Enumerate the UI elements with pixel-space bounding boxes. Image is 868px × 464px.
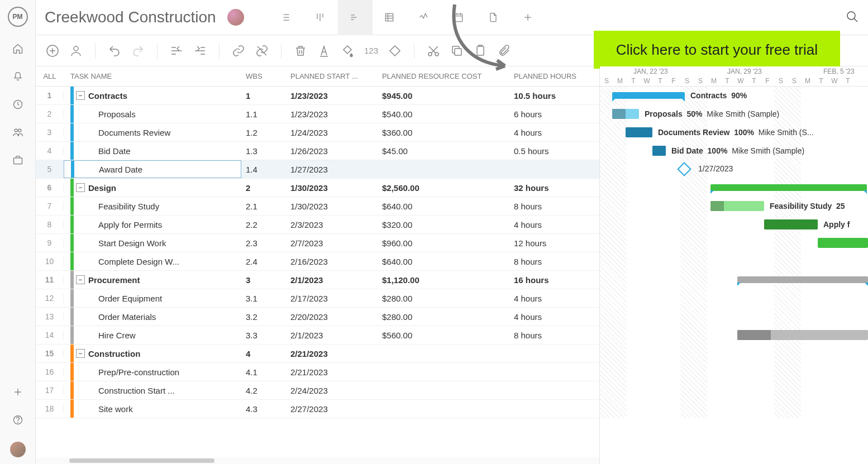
gantt-row[interactable]: Proposals 50% Mike Smith (Sample) bbox=[600, 105, 868, 123]
gantt-row[interactable]: Documents Review 100% Mike Smith (S... bbox=[600, 123, 868, 142]
unlink-icon[interactable] bbox=[255, 44, 269, 58]
indent-icon[interactable] bbox=[193, 44, 207, 58]
gantt-bar[interactable]: Documents Review 100% Mike Smith (S... bbox=[626, 127, 652, 137]
user-avatar[interactable] bbox=[10, 442, 26, 457]
gantt-row[interactable] bbox=[600, 234, 868, 252]
milestone-icon[interactable] bbox=[677, 162, 691, 176]
milestone-tool-icon[interactable] bbox=[388, 44, 402, 58]
gantt-row[interactable]: Contracts 90% bbox=[600, 87, 868, 105]
recent-icon[interactable] bbox=[12, 98, 24, 111]
outdent-icon[interactable] bbox=[170, 44, 183, 58]
gantt-row[interactable]: Apply f bbox=[600, 216, 868, 234]
copy-icon[interactable] bbox=[450, 44, 464, 58]
gantt-bar[interactable] bbox=[737, 330, 868, 340]
gantt-bar[interactable]: Contracts 90% bbox=[612, 92, 685, 99]
collapse-icon[interactable]: − bbox=[76, 183, 85, 192]
row-number: 13 bbox=[36, 312, 64, 321]
col-planned-start[interactable]: PLANNED START ... bbox=[286, 72, 378, 80]
gantt-bar[interactable]: Bid Date 100% Mike Smith (Sample) bbox=[652, 146, 666, 156]
link-icon[interactable] bbox=[232, 44, 245, 58]
table-row[interactable]: 12Order Equipment3.12/17/2023$280.004 ho… bbox=[36, 289, 599, 308]
cut-icon[interactable] bbox=[427, 44, 440, 58]
table-row[interactable]: 11−Procurement32/1/2023$1,120.0016 hours bbox=[36, 271, 599, 289]
view-board[interactable] bbox=[303, 0, 338, 35]
table-row[interactable]: 8Apply for Permits2.22/3/2023$320.004 ho… bbox=[36, 216, 599, 234]
view-files[interactable] bbox=[476, 0, 511, 35]
team-icon[interactable] bbox=[12, 126, 24, 138]
portfolio-icon[interactable] bbox=[12, 154, 24, 166]
gantt-bar[interactable] bbox=[818, 238, 868, 248]
percent-icon[interactable]: 123 bbox=[364, 46, 378, 55]
table-row[interactable]: 17Construction Start ...4.22/24/2023 bbox=[36, 381, 599, 400]
svg-point-10 bbox=[74, 46, 78, 51]
notifications-icon[interactable] bbox=[12, 70, 24, 83]
gantt-bar[interactable] bbox=[710, 184, 867, 191]
table-row[interactable]: 10Complete Design W...2.42/16/2023$640.0… bbox=[36, 252, 599, 271]
table-row[interactable]: 5Award Date1.41/27/2023 bbox=[36, 160, 599, 179]
view-calendar[interactable] bbox=[442, 0, 476, 35]
table-row[interactable]: 7Feasibility Study2.11/30/2023$640.008 h… bbox=[36, 197, 599, 216]
col-planned-cost[interactable]: PLANNED RESOURCE COST bbox=[378, 72, 509, 80]
col-planned-hours[interactable]: PLANNED HOURS bbox=[509, 72, 593, 80]
table-row[interactable]: 9Start Design Work2.32/7/2023$960.0012 h… bbox=[36, 234, 599, 252]
redo-icon[interactable] bbox=[131, 44, 145, 58]
gantt-row[interactable] bbox=[600, 345, 868, 363]
view-gantt[interactable] bbox=[338, 0, 373, 35]
gantt-chart[interactable]: JAN, 22 '23 JAN, 29 '23 FEB, 5 '23 SMTWT… bbox=[600, 66, 868, 464]
fill-icon[interactable] bbox=[341, 44, 354, 58]
view-add[interactable] bbox=[511, 0, 546, 35]
gantt-bar[interactable]: Proposals 50% Mike Smith (Sample) bbox=[612, 109, 639, 119]
add-icon[interactable] bbox=[12, 386, 24, 398]
attach-icon[interactable] bbox=[497, 44, 511, 58]
project-avatar[interactable] bbox=[227, 9, 244, 26]
table-row[interactable]: 3Documents Review1.21/24/2023$360.004 ho… bbox=[36, 123, 599, 142]
text-format-icon[interactable] bbox=[317, 44, 331, 58]
gantt-row[interactable] bbox=[600, 271, 868, 289]
table-row[interactable]: 6−Design21/30/2023$2,560.0032 hours bbox=[36, 179, 599, 197]
collapse-icon[interactable]: − bbox=[76, 91, 85, 100]
home-icon[interactable] bbox=[12, 42, 24, 55]
delete-icon[interactable] bbox=[294, 44, 307, 58]
col-task-name[interactable]: TASK NAME bbox=[64, 72, 241, 80]
gantt-row[interactable] bbox=[600, 381, 868, 400]
search-icon[interactable] bbox=[846, 10, 859, 25]
gantt-row[interactable] bbox=[600, 400, 868, 418]
gantt-day: T bbox=[654, 77, 667, 85]
table-row[interactable]: 2Proposals1.11/23/2023$540.006 hours bbox=[36, 105, 599, 123]
gantt-row[interactable]: Bid Date 100% Mike Smith (Sample) bbox=[600, 142, 868, 160]
col-wbs[interactable]: WBS bbox=[241, 72, 286, 80]
cell-hours: 32 hours bbox=[509, 183, 593, 193]
table-row[interactable]: 18Site work4.32/27/2023 bbox=[36, 400, 599, 418]
paste-icon[interactable] bbox=[474, 44, 487, 58]
gantt-day: W bbox=[828, 77, 841, 85]
table-row[interactable]: 13Order Materials3.22/20/2023$280.004 ho… bbox=[36, 308, 599, 326]
view-list[interactable] bbox=[269, 0, 303, 35]
gantt-row[interactable] bbox=[600, 326, 868, 345]
view-dashboard[interactable] bbox=[407, 0, 442, 35]
add-task-icon[interactable] bbox=[46, 44, 59, 58]
gantt-bar[interactable] bbox=[737, 276, 868, 283]
free-trial-cta[interactable]: Click here to start your free trial bbox=[594, 31, 840, 69]
gantt-row[interactable]: Feasibility Study 25 bbox=[600, 197, 868, 216]
gantt-bar[interactable]: Apply f bbox=[764, 219, 818, 229]
gantt-row[interactable] bbox=[600, 363, 868, 381]
view-sheet[interactable] bbox=[373, 0, 407, 35]
help-icon[interactable] bbox=[12, 414, 24, 426]
table-row[interactable]: 15−Construction42/21/2023 bbox=[36, 345, 599, 363]
table-row[interactable]: 16Prep/Pre-construction4.12/21/2023 bbox=[36, 363, 599, 381]
horizontal-scrollbar[interactable] bbox=[36, 457, 599, 464]
gantt-bar[interactable]: Feasibility Study 25 bbox=[710, 201, 764, 211]
table-row[interactable]: 1−Contracts11/23/2023$945.0010.5 hours bbox=[36, 87, 599, 105]
gantt-row[interactable] bbox=[600, 252, 868, 271]
assign-icon[interactable] bbox=[69, 44, 83, 58]
collapse-icon[interactable]: − bbox=[76, 275, 85, 284]
col-all[interactable]: ALL bbox=[36, 72, 64, 80]
table-row[interactable]: 14Hire Crew3.32/1/2023$560.008 hours bbox=[36, 326, 599, 345]
gantt-row[interactable] bbox=[600, 179, 868, 197]
gantt-row[interactable]: 1/27/2023 bbox=[600, 160, 868, 179]
gantt-row[interactable] bbox=[600, 289, 868, 308]
undo-icon[interactable] bbox=[108, 44, 121, 58]
collapse-icon[interactable]: − bbox=[76, 349, 85, 358]
gantt-row[interactable] bbox=[600, 308, 868, 326]
table-row[interactable]: 4Bid Date1.31/26/2023$45.000.5 hours bbox=[36, 142, 599, 160]
